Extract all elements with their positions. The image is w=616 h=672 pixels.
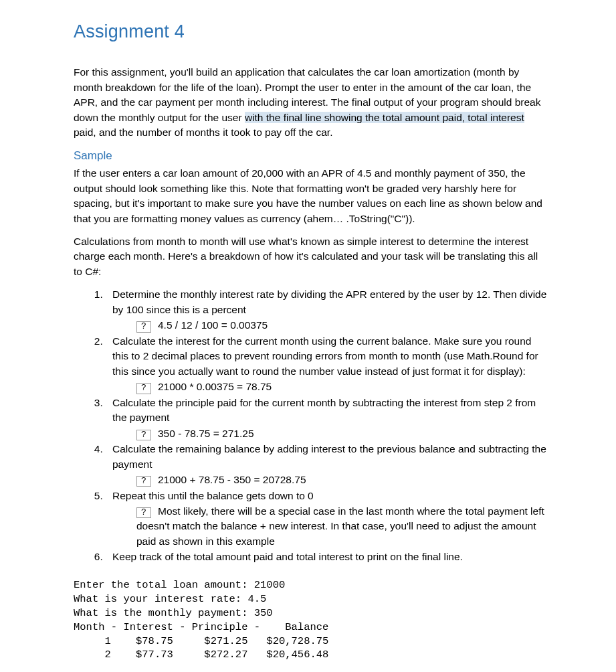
step-item: Calculate the remaining balance by addin… xyxy=(106,442,549,487)
step-sub-text: Most likely, there will be a special cas… xyxy=(136,505,544,547)
step-item: Determine the monthly interest rate by d… xyxy=(106,287,549,333)
step-text: Determine the monthly interest rate by d… xyxy=(112,288,546,315)
step-sub-text: 21000 * 0.00375 = 78.75 xyxy=(158,381,272,392)
sample-paragraph-2: Calculations from month to month will us… xyxy=(74,234,549,279)
bullet-icon: ? xyxy=(136,321,151,332)
console-output: Enter the total loan amount: 21000 What … xyxy=(74,578,549,663)
intro-highlight: with the final line showing the total am… xyxy=(245,112,524,123)
step-text: Calculate the remaining balance by addin… xyxy=(112,443,546,469)
step-item: Repeat this until the balance gets down … xyxy=(106,489,549,550)
page-title: Assignment 4 xyxy=(74,19,549,45)
step-sub-text: 21000 + 78.75 - 350 = 20728.75 xyxy=(158,474,306,485)
step-sub-text: 350 - 78.75 = 271.25 xyxy=(158,428,254,439)
step-text: Keep track of the total amount paid and … xyxy=(112,551,463,562)
sample-heading: Sample xyxy=(74,148,549,165)
step-sub-bullet: ?350 - 78.75 = 271.25 xyxy=(112,426,549,441)
step-sub-bullet: ?4.5 / 12 / 100 = 0.00375 xyxy=(112,318,549,333)
step-item: Keep track of the total amount paid and … xyxy=(106,550,549,564)
step-item: Calculate the principle paid for the cur… xyxy=(106,396,549,441)
step-sub-bullet: ?21000 * 0.00375 = 78.75 xyxy=(112,380,549,394)
step-sub-bullet: ?Most likely, there will be a special ca… xyxy=(112,504,549,549)
intro-post: paid, and the number of months it took t… xyxy=(74,127,332,138)
step-text: Calculate the principle paid for the cur… xyxy=(112,397,536,423)
step-item: Calculate the interest for the current m… xyxy=(106,334,549,395)
step-text: Repeat this until the balance gets down … xyxy=(112,490,314,501)
steps-list: Determine the monthly interest rate by d… xyxy=(74,287,549,564)
bullet-icon: ? xyxy=(136,430,151,440)
step-sub-text: 4.5 / 12 / 100 = 0.00375 xyxy=(158,319,268,331)
step-text: Calculate the interest for the current m… xyxy=(112,335,538,377)
intro-paragraph: For this assignment, you'll build an app… xyxy=(74,65,549,140)
bullet-icon: ? xyxy=(136,476,151,487)
sample-paragraph-1: If the user enters a car loan amount of … xyxy=(74,166,549,226)
bullet-icon: ? xyxy=(136,383,151,394)
step-sub-bullet: ?21000 + 78.75 - 350 = 20728.75 xyxy=(112,473,549,487)
bullet-icon: ? xyxy=(136,507,151,518)
